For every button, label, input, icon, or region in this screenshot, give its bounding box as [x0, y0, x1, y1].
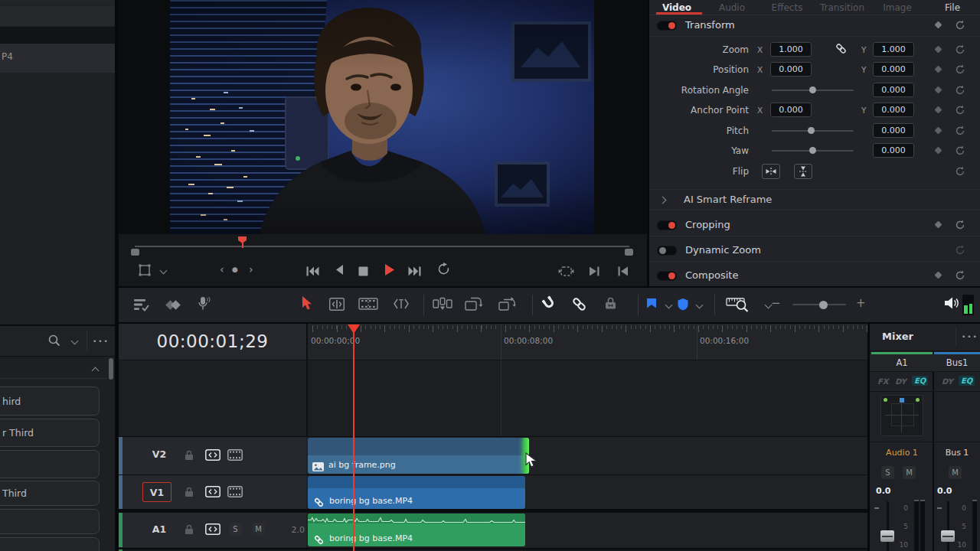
tab-transition[interactable]: Transition	[815, 0, 870, 15]
cropping-reset-icon[interactable]	[955, 219, 965, 233]
timeline-zoom-tool-icon[interactable]	[726, 296, 750, 316]
tab-file[interactable]: File	[925, 0, 980, 15]
loop-button[interactable]	[436, 262, 451, 279]
track-header[interactable]: V1	[122, 475, 306, 510]
track-solo-button[interactable]: S	[229, 523, 242, 536]
flip-vertical-button[interactable]	[794, 164, 812, 179]
track-lock-icon[interactable]	[184, 486, 194, 500]
marker-icon[interactable]	[677, 298, 689, 314]
flip-horizontal-button[interactable]	[762, 164, 780, 179]
zoom-x-field[interactable]: 1.000	[770, 42, 812, 57]
loop-region-button[interactable]	[558, 265, 574, 279]
marker-chevron-icon[interactable]	[696, 302, 704, 309]
auto-select-icon[interactable]	[205, 449, 220, 464]
overlay-chevron-icon[interactable]	[160, 267, 168, 275]
timeline-view-options-icon[interactable]	[134, 298, 149, 315]
auto-select-icon[interactable]	[205, 486, 220, 500]
play-button[interactable]	[384, 264, 394, 279]
panel-menu-button[interactable]: •••	[93, 337, 109, 345]
linked-selection-icon[interactable]	[572, 297, 586, 315]
auto-select-icon[interactable]	[205, 523, 220, 538]
mixer-menu-button[interactable]: •••	[962, 333, 978, 341]
tab-audio[interactable]: Audio	[704, 0, 760, 15]
yaw-reset-icon[interactable]	[955, 145, 965, 159]
cropping-title[interactable]: Cropping	[685, 219, 730, 230]
composite-keyframe-icon[interactable]	[935, 272, 942, 279]
yaw-slider[interactable]	[772, 150, 854, 152]
dynamic-zoom-toggle[interactable]	[657, 246, 677, 256]
channel-volume-bus1[interactable]: 0.0	[937, 486, 952, 496]
dy-badge[interactable]: DY	[895, 377, 906, 386]
channel-name-bus1[interactable]: Bus 1	[934, 448, 980, 458]
track-header[interactable]: V2	[122, 437, 306, 474]
jog-dot-icon[interactable]: ●	[232, 266, 238, 273]
transform-keyframe-icon[interactable]	[935, 21, 942, 29]
transform-reset-icon[interactable]	[955, 19, 965, 34]
flag-icon[interactable]	[645, 298, 658, 314]
replace-clip-button[interactable]	[498, 297, 517, 315]
list-item[interactable]	[0, 537, 100, 551]
timeline-ruler[interactable]: 00:00:00;00 00:00:08;00 00:00:16;00	[308, 324, 867, 360]
media-list-row-selected[interactable]: P4	[0, 44, 115, 73]
list-item[interactable]: r Third	[0, 419, 100, 447]
track-header[interactable]: A1 S M 2.0	[122, 513, 306, 547]
position-lock-icon[interactable]	[603, 296, 618, 314]
pan-point-center[interactable]	[900, 398, 904, 403]
next-clip-button[interactable]	[408, 265, 421, 279]
overwrite-clip-button[interactable]	[465, 297, 483, 315]
flag-chevron-icon[interactable]	[665, 302, 673, 309]
video-preview[interactable]	[170, 0, 594, 234]
fader-handle-a1[interactable]	[880, 530, 894, 542]
eq-badge-active[interactable]: EQ	[912, 376, 928, 386]
anchor-x-field[interactable]: 0.000	[770, 103, 812, 117]
list-item[interactable]	[0, 509, 100, 534]
pan-point-left[interactable]	[884, 398, 887, 402]
jog-left-icon[interactable]: ‹	[220, 263, 224, 276]
anchor-keyframe-icon[interactable]	[935, 106, 942, 114]
dynamic-trim-mode-button[interactable]	[392, 298, 410, 313]
pan-grid[interactable]	[880, 395, 923, 436]
destination-track-indicator[interactable]: V1	[142, 482, 172, 502]
tab-effects[interactable]: Effects	[760, 0, 815, 15]
media-list-row[interactable]	[0, 6, 115, 26]
position-reset-icon[interactable]	[955, 64, 965, 78]
media-list-row[interactable]	[0, 0, 115, 5]
fader-track-bus1[interactable]	[947, 501, 949, 551]
channel-name-a1[interactable]: Audio 1	[871, 448, 933, 458]
channel-id-bus1[interactable]: Bus1	[934, 357, 980, 368]
cropping-keyframe-icon[interactable]	[935, 221, 942, 229]
track-name[interactable]: A1	[148, 523, 171, 535]
yaw-keyframe-icon[interactable]	[935, 147, 942, 155]
dy-badge[interactable]: DY	[942, 377, 953, 386]
anchor-reset-icon[interactable]	[955, 104, 965, 119]
link-xy-icon[interactable]	[835, 43, 847, 57]
position-keyframe-icon[interactable]	[935, 66, 942, 73]
trim-edit-mode-button[interactable]	[328, 298, 346, 314]
timeline-timecode[interactable]: 00:00:01;29	[119, 331, 306, 351]
channel-mute-button[interactable]: M	[949, 466, 962, 479]
fader-handle-bus1[interactable]	[941, 530, 955, 542]
track-mute-button[interactable]: M	[252, 523, 265, 536]
track-name[interactable]: V1	[150, 487, 164, 498]
timeline-playhead-line[interactable]	[353, 325, 354, 551]
pitch-reset-icon[interactable]	[955, 125, 965, 139]
jog-right-icon[interactable]: ›	[249, 263, 253, 276]
search-options-chevron-icon[interactable]	[71, 337, 79, 345]
voiceover-mic-icon[interactable]	[197, 296, 211, 315]
clip-v1[interactable]: boring bg base.MP4	[308, 476, 525, 509]
step-back-button[interactable]	[334, 264, 345, 279]
scrubber-right-handle[interactable]	[625, 249, 633, 256]
dynamic-zoom-title[interactable]: Dynamic Zoom	[685, 244, 761, 256]
track-level-value[interactable]: 2.0	[276, 525, 305, 535]
stop-button[interactable]	[358, 265, 368, 279]
position-x-field[interactable]: 0.000	[770, 62, 812, 77]
first-frame-button[interactable]	[306, 265, 319, 279]
anchor-y-field[interactable]: 0.000	[873, 103, 914, 117]
pitch-field[interactable]: 0.000	[873, 123, 914, 138]
transform-toggle[interactable]	[657, 21, 677, 31]
channel-solo-button[interactable]: S	[881, 466, 894, 479]
position-y-field[interactable]: 0.000	[873, 62, 914, 77]
rotation-keyframe-icon[interactable]	[935, 86, 942, 94]
timeline-zoom-slider[interactable]	[792, 304, 846, 305]
track-lock-icon[interactable]	[184, 523, 194, 538]
